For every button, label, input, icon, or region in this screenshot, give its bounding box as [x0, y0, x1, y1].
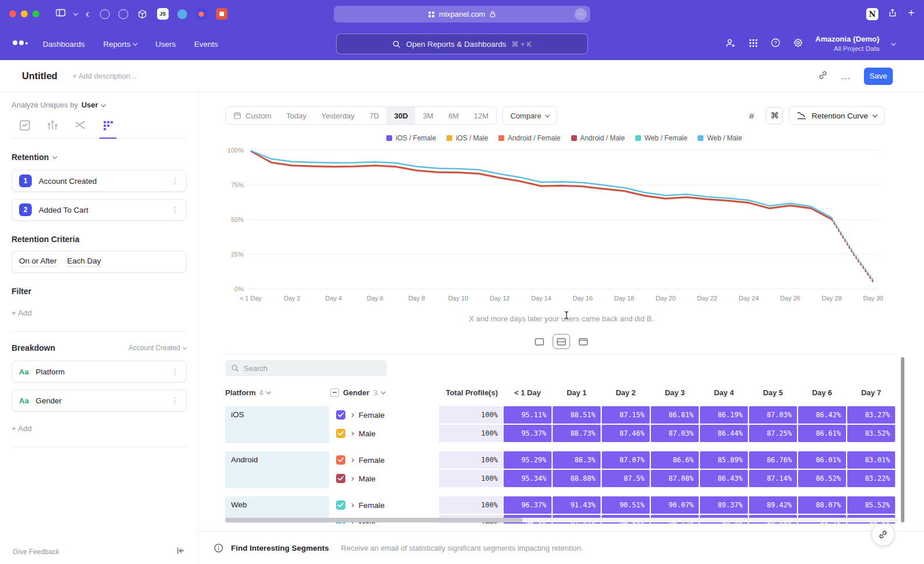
- retention-cell[interactable]: 86.61%: [798, 425, 846, 442]
- range-3m[interactable]: 3M: [415, 107, 441, 124]
- pinned-tab-codepen-icon[interactable]: [177, 9, 187, 19]
- range-30d[interactable]: 30D: [386, 107, 415, 124]
- retention-cell[interactable]: 87.46%: [602, 425, 650, 442]
- retention-cell[interactable]: 95.11%: [504, 406, 552, 424]
- retention-cell[interactable]: 89.42%: [749, 496, 797, 514]
- retention-cell[interactable]: 87.25%: [749, 425, 797, 442]
- legend-item[interactable]: Android / Female: [498, 134, 560, 142]
- retention-cell[interactable]: 86.44%: [700, 425, 748, 442]
- gender-cell[interactable]: Female: [329, 455, 439, 465]
- legend-item[interactable]: Android / Male: [571, 134, 625, 142]
- settings-gear-icon[interactable]: [793, 38, 803, 50]
- more-options-icon[interactable]: ⋮: [171, 176, 179, 185]
- chart-only-view-button[interactable]: [531, 334, 548, 349]
- retention-cell[interactable]: 83.27%: [847, 406, 895, 424]
- address-bar-more-icon[interactable]: ⋯: [575, 8, 587, 20]
- pinned-tab-profile-icon[interactable]: [118, 9, 128, 19]
- minimize-window-button[interactable]: [21, 10, 28, 17]
- legend-item[interactable]: Web / Male: [698, 134, 742, 142]
- retention-cell[interactable]: 86.43%: [700, 470, 748, 487]
- pinned-tab-video-icon[interactable]: [216, 8, 228, 20]
- hash-format-icon-button[interactable]: #: [743, 107, 760, 124]
- retention-cell[interactable]: 87.5%: [602, 470, 650, 487]
- chevron-down-icon[interactable]: [73, 11, 78, 16]
- tab-flows[interactable]: [74, 120, 87, 131]
- legend-item[interactable]: iOS / Male: [446, 134, 488, 142]
- checkbox-android-female[interactable]: [336, 455, 345, 465]
- breakdown-item-gender[interactable]: AaGender⋮: [12, 389, 187, 411]
- add-description-link[interactable]: + Add description...: [72, 72, 136, 80]
- share-icon[interactable]: [888, 8, 897, 20]
- retention-cell[interactable]: 86.19%: [700, 406, 748, 424]
- add-filter-button[interactable]: + Add: [12, 309, 187, 317]
- invite-user-icon[interactable]: [725, 38, 736, 51]
- checkbox-ios-male[interactable]: [336, 429, 345, 438]
- find-segments-link[interactable]: Find Interesting Segments: [231, 544, 329, 552]
- retention-chart-area[interactable]: 0%25%50%75%100%< 1 DayDay 2Day 4Day 6Day…: [225, 146, 903, 305]
- retention-cell[interactable]: 88.73%: [553, 425, 601, 442]
- chevron-right-icon[interactable]: [350, 458, 354, 462]
- save-button[interactable]: Save: [864, 68, 893, 85]
- vertical-scrollbar[interactable]: [901, 357, 904, 522]
- retention-cell[interactable]: 86.76%: [749, 451, 797, 469]
- help-icon[interactable]: ?: [770, 38, 781, 50]
- chevron-down-icon[interactable]: [266, 389, 271, 394]
- checkbox-ios-female[interactable]: [336, 410, 345, 420]
- retention-step-2[interactable]: 2Added To Cart⋮: [12, 199, 187, 221]
- retention-cell[interactable]: 96.37%: [504, 496, 552, 514]
- retention-cell[interactable]: 83.52%: [847, 425, 895, 442]
- retention-cell[interactable]: 87.14%: [749, 470, 797, 487]
- collapse-sidebar-icon[interactable]: [176, 547, 185, 557]
- pinned-tab-mixpanel-logo-icon[interactable]: [196, 8, 207, 20]
- retention-cell[interactable]: 87.03%: [651, 425, 699, 442]
- mixpanel-logo[interactable]: [13, 40, 28, 45]
- retention-cell[interactable]: 83.22%: [847, 470, 895, 487]
- chevron-right-icon[interactable]: [350, 476, 354, 480]
- retention-cell[interactable]: 95.29%: [504, 451, 552, 469]
- retention-cell[interactable]: 88.3%: [553, 451, 601, 469]
- retention-cell[interactable]: 87.07%: [602, 451, 650, 469]
- retention-cell[interactable]: 88.88%: [553, 470, 601, 487]
- retention-cell[interactable]: 83.01%: [847, 451, 895, 469]
- legend-item[interactable]: iOS / Female: [386, 134, 436, 142]
- retention-cell[interactable]: 86.42%: [798, 406, 846, 424]
- nav-item-events[interactable]: Events: [194, 40, 218, 49]
- chevron-right-icon[interactable]: [350, 413, 354, 417]
- retention-cell[interactable]: 89.37%: [700, 496, 748, 514]
- retention-cell[interactable]: 86.81%: [651, 406, 699, 424]
- retention-cell[interactable]: 85.89%: [700, 451, 748, 469]
- close-window-button[interactable]: [9, 10, 16, 17]
- legend-item[interactable]: Web / Female: [635, 134, 687, 142]
- chart-type-dropdown[interactable]: Retention Curve: [789, 106, 885, 125]
- address-bar[interactable]: mixpanel.com ⋯: [334, 6, 590, 23]
- chevron-down-icon[interactable]: [52, 154, 57, 159]
- platform-cell[interactable]: iOS: [225, 406, 329, 443]
- global-search[interactable]: Open Reports & Dashboards ⌘ + K: [336, 34, 588, 54]
- chevron-right-icon[interactable]: [350, 431, 354, 435]
- checkbox-android-male[interactable]: [336, 474, 345, 483]
- checkbox-web-female[interactable]: [336, 500, 345, 510]
- range-custom[interactable]: Custom: [226, 107, 279, 124]
- platform-column-header[interactable]: Platform: [225, 388, 256, 397]
- retention-cell[interactable]: 87.08%: [651, 470, 699, 487]
- apps-grid-icon[interactable]: [748, 38, 758, 50]
- retention-cell[interactable]: 86.52%: [798, 470, 846, 487]
- account-switcher[interactable]: Amazonia {Demo} All Project Data: [815, 35, 880, 53]
- share-link-floating-button[interactable]: [872, 524, 894, 546]
- more-options-icon[interactable]: ⋮: [171, 367, 179, 376]
- retention-cell[interactable]: 95.34%: [504, 470, 552, 487]
- retention-cell[interactable]: 90.51%: [602, 496, 650, 514]
- tab-funnels[interactable]: [46, 120, 59, 131]
- more-options-icon[interactable]: ⋮: [171, 205, 179, 214]
- split-view-button[interactable]: [553, 334, 570, 349]
- give-feedback-link[interactable]: Give Feedback: [13, 548, 59, 556]
- retention-cell[interactable]: 90.07%: [651, 496, 699, 514]
- tab-retention[interactable]: [102, 120, 114, 131]
- pinned-tab-clock-icon[interactable]: [100, 9, 110, 19]
- retention-cell[interactable]: 95.37%: [504, 425, 552, 442]
- pinned-tab-package-icon[interactable]: [137, 8, 148, 20]
- retention-step-1[interactable]: 1Account Created⋮: [12, 170, 187, 192]
- retention-cell[interactable]: 87.15%: [602, 406, 650, 424]
- retention-cell[interactable]: 85.52%: [847, 496, 895, 514]
- gender-cell[interactable]: Female: [329, 500, 439, 510]
